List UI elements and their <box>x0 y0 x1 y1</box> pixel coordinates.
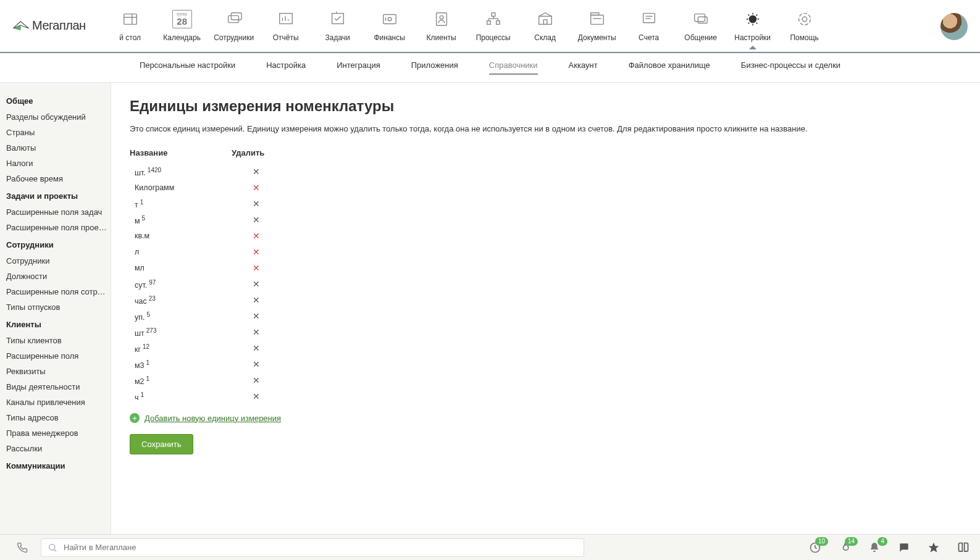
nav-Отчёты[interactable]: Отчёты <box>260 9 312 48</box>
unit-name[interactable]: м31 <box>130 359 232 370</box>
fire-badge: 14 <box>845 537 858 546</box>
unit-name[interactable]: м5 <box>130 215 232 225</box>
unit-name[interactable]: м21 <box>130 375 232 386</box>
nav-Счета[interactable]: Счета <box>623 9 675 48</box>
side-link[interactable]: Валюты <box>6 140 111 156</box>
delete-icon[interactable]: ✕ <box>232 231 281 241</box>
add-unit-link[interactable]: Добавить новую единицу измерения <box>144 414 281 423</box>
side-link[interactable]: Страны <box>6 125 111 140</box>
nav-Общение[interactable]: Общение <box>675 9 727 48</box>
delete-icon[interactable]: ✕ <box>232 167 281 177</box>
delete-icon[interactable]: ✕ <box>232 183 281 193</box>
side-link[interactable]: Типы отпусков <box>6 299 111 315</box>
side-link[interactable]: Рассылки <box>6 441 111 456</box>
search-wrap[interactable] <box>41 538 584 557</box>
side-link[interactable]: Виды деятельности <box>6 379 111 395</box>
unit-name[interactable]: л <box>130 248 232 256</box>
unit-row: м5✕ <box>130 212 961 228</box>
svg-rect-24 <box>543 20 547 24</box>
delete-icon[interactable]: ✕ <box>232 311 281 321</box>
logo[interactable]: Мегаплан <box>12 19 86 33</box>
delete-icon[interactable]: ✕ <box>232 359 281 369</box>
unit-row: кг12✕ <box>130 340 961 356</box>
unit-row: сут.97✕ <box>130 276 961 292</box>
unit-name[interactable]: сут.97 <box>130 279 232 290</box>
unit-name[interactable]: шт273 <box>130 327 232 338</box>
svg-rect-17 <box>487 21 490 25</box>
subnav-Справочники[interactable]: Справочники <box>489 61 538 75</box>
unit-name[interactable]: шт.1420 <box>130 167 232 177</box>
nav-Помощь[interactable]: Помощь <box>779 9 831 48</box>
delete-icon[interactable]: ✕ <box>232 375 281 385</box>
side-group-Клиенты: Клиенты <box>6 315 111 333</box>
chat-icon[interactable] <box>897 541 911 554</box>
unit-name[interactable]: Килограмм <box>130 183 232 192</box>
side-link[interactable]: Реквизиты <box>6 364 111 379</box>
delete-icon[interactable]: ✕ <box>232 263 281 273</box>
unit-name[interactable]: т1 <box>130 199 232 209</box>
side-link[interactable]: Рабочее время <box>6 171 111 186</box>
clock-icon[interactable]: 10 <box>808 541 822 554</box>
subnav-Приложения[interactable]: Приложения <box>411 61 458 75</box>
side-link[interactable]: Расширенные поля задач <box>6 204 111 220</box>
save-button[interactable]: Сохранить <box>130 434 193 454</box>
fire-icon[interactable]: 14 <box>838 541 852 554</box>
search-input[interactable] <box>64 543 577 552</box>
side-link[interactable]: Расширенные поля <box>6 348 111 364</box>
bell-icon[interactable]: 4 <box>868 541 881 554</box>
nav-Склад[interactable]: Склад <box>519 9 571 48</box>
side-link[interactable]: Должности <box>6 269 111 284</box>
side-link[interactable]: Налоги <box>6 156 111 171</box>
add-unit-row[interactable]: + Добавить новую единицу измерения <box>130 413 961 423</box>
nav-Задачи[interactable]: Задачи <box>312 9 364 48</box>
unit-row: ч1✕ <box>130 388 961 404</box>
delete-icon[interactable]: ✕ <box>232 327 281 337</box>
delete-icon[interactable]: ✕ <box>232 391 281 401</box>
unit-name[interactable]: ч1 <box>130 391 232 402</box>
side-link[interactable]: Каналы привлечения <box>6 395 111 410</box>
book-icon[interactable] <box>957 541 970 554</box>
nav-Финансы[interactable]: Финансы <box>364 9 416 48</box>
nav-й стол[interactable]: й стол <box>104 9 156 48</box>
side-link[interactable]: Права менеджеров <box>6 425 111 441</box>
nav-Календарь[interactable]: февр28Календарь <box>156 9 208 48</box>
side-link[interactable]: Расширенные поля проек... <box>6 220 111 235</box>
side-link[interactable]: Сотрудники <box>6 253 111 269</box>
unit-name[interactable]: кв.м <box>130 232 232 240</box>
delete-icon[interactable]: ✕ <box>232 215 281 225</box>
unit-name[interactable]: уп.5 <box>130 311 232 322</box>
svg-rect-3 <box>228 15 238 22</box>
avatar[interactable] <box>940 13 968 40</box>
side-link[interactable]: Разделы обсуждений <box>6 109 111 125</box>
phone-icon[interactable] <box>10 542 35 553</box>
delete-icon[interactable]: ✕ <box>232 279 281 289</box>
delete-icon[interactable]: ✕ <box>232 343 281 353</box>
nav-Сотрудники[interactable]: Сотрудники <box>208 9 260 48</box>
side-link[interactable]: Типы адресов <box>6 410 111 425</box>
delete-icon[interactable]: ✕ <box>232 295 281 305</box>
subnav-Аккаунт[interactable]: Аккаунт <box>569 61 598 75</box>
subnav-Интеграция[interactable]: Интеграция <box>337 61 380 75</box>
sidebar: ОбщееРазделы обсужденийСтраныВалютыНалог… <box>0 83 111 534</box>
subnav-Бизнес-процессы и сделки[interactable]: Бизнес-процессы и сделки <box>741 61 840 75</box>
delete-icon[interactable]: ✕ <box>232 247 281 257</box>
svg-point-12 <box>388 17 392 21</box>
subnav-Файловое хранилище[interactable]: Файловое хранилище <box>629 61 710 75</box>
svg-rect-33 <box>698 17 707 23</box>
svg-point-37 <box>49 544 55 550</box>
unit-name[interactable]: мл <box>130 264 232 272</box>
nav-Клиенты[interactable]: Клиенты <box>416 9 467 48</box>
side-link[interactable]: Типы клиентов <box>6 333 111 348</box>
nav-Процессы[interactable]: Процессы <box>467 9 519 48</box>
nav-Настройки[interactable]: Настройки <box>727 9 779 48</box>
subnav-Персональные настройки[interactable]: Персональные настройки <box>140 61 235 75</box>
star-icon[interactable] <box>927 541 940 554</box>
svg-rect-0 <box>124 14 136 25</box>
clock-badge: 10 <box>815 537 828 546</box>
unit-name[interactable]: кг12 <box>130 343 232 354</box>
delete-icon[interactable]: ✕ <box>232 199 281 209</box>
nav-Документы[interactable]: Документы <box>571 9 623 48</box>
side-link[interactable]: Расширенные поля сотру... <box>6 284 111 299</box>
unit-name[interactable]: час23 <box>130 295 232 306</box>
subnav-Настройка[interactable]: Настройка <box>266 61 306 75</box>
